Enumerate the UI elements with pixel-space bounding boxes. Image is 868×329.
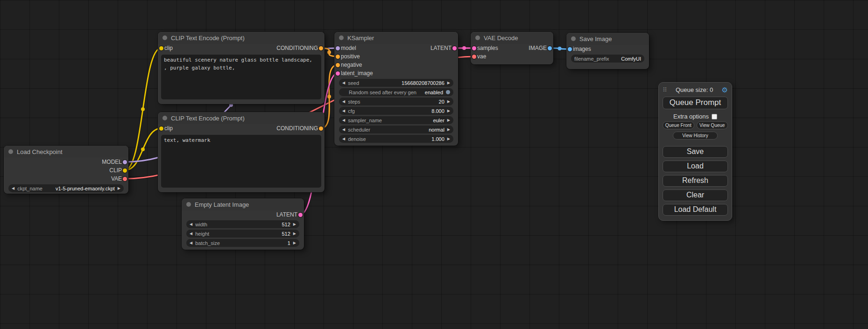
- widget-random-seed-toggle[interactable]: Random seed after every gen enabled: [339, 88, 453, 96]
- node-title-bar[interactable]: Save Image: [566, 33, 649, 45]
- output-port-image[interactable]: [548, 46, 552, 50]
- prev-arrow-icon[interactable]: ◀: [342, 100, 345, 104]
- prev-arrow-icon[interactable]: ◀: [190, 232, 192, 236]
- comfyui-app: { "colors": { "model": "#B39DDB", "clip"…: [0, 0, 868, 329]
- main-menu-panel[interactable]: ⠿ Queue size: 0 ⚙ Queue Prompt Extra opt…: [658, 82, 732, 221]
- view-history-button[interactable]: View History: [673, 132, 717, 140]
- next-arrow-icon[interactable]: ▶: [447, 137, 450, 141]
- negative-prompt-textarea[interactable]: text, watermark: [161, 135, 321, 188]
- widget-scheduler[interactable]: ◀ scheduler normal ▶: [339, 126, 453, 133]
- prev-arrow-icon[interactable]: ◀: [12, 187, 14, 190]
- menu-drag-handle-icon[interactable]: ⠿: [663, 87, 667, 93]
- clear-button[interactable]: Clear: [663, 189, 728, 201]
- widget-height[interactable]: ◀ height 512 ▶: [186, 230, 299, 238]
- node-collapse-dot[interactable]: [475, 35, 480, 40]
- widget-denoise[interactable]: ◀ denoise 1.000 ▶: [339, 135, 453, 143]
- next-arrow-icon[interactable]: ▶: [447, 81, 450, 85]
- settings-gear-icon[interactable]: ⚙: [722, 86, 728, 93]
- node-empty-latent-image[interactable]: Empty Latent Image LATENT ◀ width 512 ▶ …: [182, 198, 304, 250]
- widget-seed[interactable]: ◀ seed 156680208700286 ▶: [339, 79, 453, 87]
- next-arrow-icon[interactable]: ▶: [293, 241, 296, 245]
- next-arrow-icon[interactable]: ▶: [293, 223, 296, 226]
- node-title-bar[interactable]: VAE Decode: [471, 32, 553, 44]
- prev-arrow-icon[interactable]: ◀: [190, 241, 192, 245]
- node-collapse-dot[interactable]: [162, 116, 167, 120]
- prev-arrow-icon[interactable]: ◀: [342, 128, 345, 132]
- output-port-vae[interactable]: [123, 177, 127, 181]
- widget-ckpt-name[interactable]: ◀ ckpt_name v1-5-pruned-emaonly.ckpt ▶: [8, 184, 124, 192]
- node-clip-text-encode-positive[interactable]: CLIP Text Encode (Prompt) clip CONDITION…: [158, 32, 325, 104]
- node-load-checkpoint[interactable]: Load Checkpoint MODEL CLIP VAE ◀ ckpt_na…: [4, 146, 128, 194]
- node-collapse-dot[interactable]: [339, 35, 344, 40]
- input-port-positive[interactable]: [336, 55, 340, 59]
- node-title-bar[interactable]: Empty Latent Image: [182, 198, 304, 210]
- positive-prompt-textarea[interactable]: beautiful scenery nature glass bottle la…: [161, 55, 321, 99]
- input-port-vae[interactable]: [472, 55, 476, 59]
- widget-name: denoise: [348, 136, 366, 142]
- input-port-samples[interactable]: [472, 46, 476, 50]
- widget-width[interactable]: ◀ width 512 ▶: [186, 220, 299, 228]
- node-ksampler[interactable]: KSampler model LATENT positive negative …: [334, 32, 458, 146]
- input-port-images[interactable]: [568, 47, 572, 51]
- load-default-button[interactable]: Load Default: [663, 204, 728, 216]
- input-label-vae: vae: [477, 53, 486, 60]
- input-port-negative[interactable]: [336, 63, 340, 67]
- next-arrow-icon[interactable]: ▶: [293, 232, 296, 236]
- toggle-knob-icon[interactable]: [446, 90, 450, 94]
- load-button[interactable]: Load: [663, 161, 728, 172]
- node-title: Empty Latent Image: [195, 201, 249, 208]
- node-title: Save Image: [579, 35, 612, 42]
- widget-batch-size[interactable]: ◀ batch_size 1 ▶: [186, 239, 299, 247]
- node-collapse-dot[interactable]: [8, 149, 13, 154]
- prev-arrow-icon[interactable]: ◀: [342, 81, 345, 85]
- widget-name: scheduler: [348, 127, 370, 133]
- node-collapse-dot[interactable]: [571, 36, 576, 41]
- node-title-bar[interactable]: CLIP Text Encode (Prompt): [158, 32, 325, 44]
- widget-name: seed: [348, 80, 359, 86]
- prev-arrow-icon[interactable]: ◀: [342, 137, 345, 141]
- prev-arrow-icon[interactable]: ◀: [342, 119, 345, 122]
- next-arrow-icon[interactable]: ▶: [447, 119, 450, 122]
- save-button[interactable]: Save: [663, 146, 728, 158]
- next-arrow-icon[interactable]: ▶: [447, 100, 450, 104]
- port-row: positive: [334, 52, 458, 61]
- extra-options-checkbox[interactable]: [712, 114, 717, 119]
- widget-steps[interactable]: ◀ steps 20 ▶: [339, 98, 453, 105]
- widget-filename-prefix[interactable]: filename_prefix ComfyUI: [571, 55, 644, 63]
- node-collapse-dot[interactable]: [186, 202, 191, 207]
- input-port-clip[interactable]: [159, 126, 163, 131]
- prev-arrow-icon[interactable]: ◀: [342, 109, 345, 113]
- output-port-conditioning[interactable]: [319, 126, 323, 131]
- node-title-bar[interactable]: KSampler: [334, 32, 458, 44]
- node-clip-text-encode-negative[interactable]: CLIP Text Encode (Prompt) clip CONDITION…: [158, 112, 325, 192]
- queue-front-button[interactable]: Queue Front: [663, 121, 694, 129]
- output-label-clip: CLIP: [109, 167, 122, 174]
- output-port-clip[interactable]: [123, 168, 127, 173]
- widget-cfg[interactable]: ◀ cfg 8.000 ▶: [339, 107, 453, 115]
- port-row: clip CONDITIONING: [158, 44, 325, 52]
- input-label-model: model: [341, 45, 356, 51]
- widget-value: 512: [282, 231, 290, 237]
- prev-arrow-icon[interactable]: ◀: [190, 223, 192, 226]
- next-arrow-icon[interactable]: ▶: [118, 187, 120, 190]
- widget-sampler-name[interactable]: ◀ sampler_name euler ▶: [339, 116, 453, 124]
- node-save-image[interactable]: Save Image images filename_prefix ComfyU…: [566, 33, 649, 69]
- input-port-latent-image[interactable]: [336, 71, 340, 76]
- refresh-button[interactable]: Refresh: [663, 175, 728, 187]
- node-title-bar[interactable]: Load Checkpoint: [4, 146, 128, 158]
- input-port-clip[interactable]: [159, 46, 163, 50]
- widget-value: v1-5-pruned-emaonly.ckpt: [56, 186, 115, 191]
- input-port-model[interactable]: [336, 46, 340, 50]
- view-queue-button[interactable]: View Queue: [697, 121, 728, 129]
- next-arrow-icon[interactable]: ▶: [447, 109, 450, 113]
- input-label-clip: clip: [164, 45, 173, 51]
- node-collapse-dot[interactable]: [162, 35, 167, 40]
- output-port-latent[interactable]: [452, 46, 457, 50]
- queue-prompt-button[interactable]: Queue Prompt: [663, 97, 728, 109]
- output-port-latent[interactable]: [298, 213, 303, 217]
- node-vae-decode[interactable]: VAE Decode samples IMAGE vae: [471, 32, 553, 64]
- node-title-bar[interactable]: CLIP Text Encode (Prompt): [158, 112, 325, 124]
- output-port-model[interactable]: [123, 160, 127, 164]
- output-port-conditioning[interactable]: [319, 46, 323, 50]
- next-arrow-icon[interactable]: ▶: [447, 128, 450, 132]
